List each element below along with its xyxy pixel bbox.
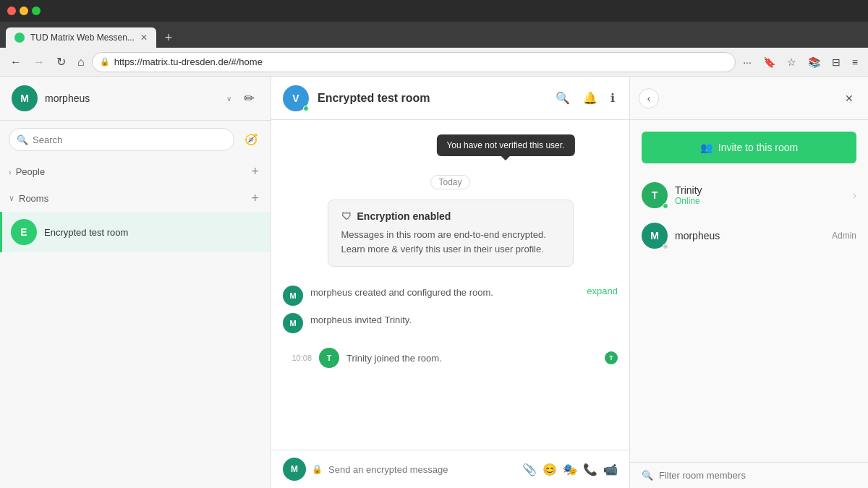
panel-header: ‹ ✕ [630, 77, 868, 120]
member-item-morpheus[interactable]: M morpheus Admin [630, 215, 868, 256]
search-bar: 🔍 🧭 [0, 121, 271, 158]
sender-avatar: M [283, 458, 306, 481]
address-bar[interactable]: 🔒 https://matrix.tu-dresden.de/#/home [92, 52, 736, 72]
search-chat-button[interactable]: 🔍 [553, 88, 573, 108]
right-panel: ‹ ✕ 👥 Invite to this room T Trinity Onli… [629, 77, 868, 488]
forward-button[interactable]: → [29, 53, 49, 72]
member-item-trinity[interactable]: T Trinity Online › [630, 175, 868, 215]
explore-button[interactable]: 🧭 [240, 129, 262, 150]
tab-favicon [14, 33, 25, 43]
app-layout: M morpheus ∨ ✏ 🔍 🧭 › People + ∨ Rooms + [0, 77, 868, 488]
invite-button[interactable]: 👥 Invite to this room [642, 132, 856, 163]
active-tab[interactable]: TUD Matrix Web Messen... ✕ [6, 27, 156, 48]
shield-icon: 🛡 [341, 210, 352, 222]
reader-button[interactable]: ⊟ [827, 53, 845, 71]
home-button[interactable]: ⌂ [73, 53, 89, 72]
room-name: Encrypted test room [44, 227, 128, 238]
emoji-button[interactable]: 😊 [542, 463, 557, 476]
browser-chrome [0, 0, 868, 22]
input-action-buttons: 📎 😊 🎭 📞 📹 [522, 463, 618, 476]
user-name: morpheus [45, 93, 219, 104]
add-room-button[interactable]: + [248, 189, 262, 207]
rooms-section-header[interactable]: ∨ Rooms + [0, 185, 271, 212]
morpheus-member-avatar: M [642, 223, 668, 249]
compose-button[interactable]: ✏ [239, 88, 259, 108]
back-button[interactable]: ← [6, 53, 26, 72]
morpheus-member-name: morpheus [675, 230, 825, 241]
tooltip-text: You have not verified this user. [446, 140, 564, 150]
more-button[interactable]: ··· [739, 53, 756, 71]
chat-room-name: Encrypted test room [318, 92, 544, 105]
trinity-member-info: Trinity Online [675, 184, 846, 206]
add-people-button[interactable]: + [248, 163, 262, 181]
attachment-button[interactable]: 📎 [522, 463, 537, 476]
refresh-button[interactable]: ↻ [52, 52, 70, 72]
timed-msg-text: Trinity joined the room. [346, 353, 597, 364]
people-section-title: People [16, 166, 244, 177]
nav-bar: ← → ↻ ⌂ 🔒 https://matrix.tu-dresden.de/#… [0, 48, 868, 77]
search-input-wrap[interactable]: 🔍 [9, 128, 234, 151]
main-chat: V Encrypted test room 🔍 🔔 ℹ You have not… [271, 77, 629, 488]
encryption-notice: 🛡 Encryption enabled Messages in this ro… [328, 200, 574, 267]
online-indicator [303, 106, 309, 111]
notifications-button[interactable]: 🔔 [580, 88, 600, 108]
system-msg-text-2: morpheus invited Trinity. [310, 313, 618, 328]
sticker-button[interactable]: 🎭 [563, 463, 577, 476]
filter-bar: 🔍 [630, 462, 868, 488]
morpheus-role: Admin [832, 231, 856, 241]
date-separator: Today [283, 175, 618, 188]
panel-back-button[interactable]: ‹ [639, 88, 659, 108]
hamburger-button[interactable]: ≡ [848, 53, 862, 71]
maximize-btn[interactable] [32, 7, 41, 15]
timed-message-row: 10:08 T Trinity joined the room. T [283, 348, 618, 368]
library-button[interactable]: 📚 [804, 53, 825, 71]
window-controls [7, 7, 41, 15]
room-avatar: E [11, 219, 37, 245]
chat-room-avatar: V [283, 85, 309, 111]
message-input[interactable] [328, 464, 516, 475]
trinity-chevron-icon: › [853, 189, 856, 202]
invite-icon: 👥 [700, 142, 712, 153]
trinity-member-status: Online [675, 196, 846, 206]
trinity-avatar-msg: T [319, 348, 339, 368]
bookmark-button[interactable]: 🔖 [759, 53, 780, 71]
video-button[interactable]: 📹 [603, 463, 618, 476]
expand-button[interactable]: expand [587, 286, 618, 296]
morpheus-avatar-2: M [283, 313, 303, 333]
dropdown-arrow-icon: ∨ [226, 95, 231, 103]
people-section-header[interactable]: › People + [0, 158, 271, 185]
minimize-btn[interactable] [20, 7, 28, 15]
filter-input[interactable] [659, 470, 856, 481]
trinity-member-name: Trinity [675, 184, 846, 196]
tab-bar: TUD Matrix Web Messen... ✕ + [0, 22, 868, 48]
call-button[interactable]: 📞 [583, 463, 597, 476]
system-messages: M morpheus created and configured the ro… [283, 281, 618, 342]
sidebar: M morpheus ∨ ✏ 🔍 🧭 › People + ∨ Rooms + [0, 77, 271, 488]
system-message-row-2: M morpheus invited Trinity. [283, 312, 618, 335]
message-time: 10:08 [283, 354, 312, 362]
star-button[interactable]: ☆ [783, 53, 801, 71]
search-input[interactable] [33, 134, 226, 145]
room-info-button[interactable]: ℹ [608, 88, 618, 108]
chat-messages: You have not verified this user. Today 🛡… [271, 120, 629, 450]
date-label: Today [430, 175, 469, 189]
trinity-online-dot [663, 203, 668, 209]
morpheus-avatar-1: M [283, 286, 303, 306]
filter-search-icon: 🔍 [642, 470, 653, 481]
close-btn[interactable] [7, 7, 16, 15]
encryption-title: Encryption enabled [357, 210, 451, 222]
morpheus-member-info: morpheus [675, 230, 825, 241]
new-tab-button[interactable]: + [159, 27, 179, 48]
lock-icon: 🔒 [100, 57, 110, 67]
address-url: https://matrix.tu-dresden.de/#/home [114, 56, 728, 67]
room-item[interactable]: E Encrypted test room [0, 212, 271, 252]
chat-header: V Encrypted test room 🔍 🔔 ℹ [271, 77, 629, 120]
people-arrow-icon: › [9, 168, 12, 176]
morpheus-offline-dot [663, 244, 668, 249]
system-msg-text-1: morpheus created and configured the room… [310, 286, 579, 300]
tooltip-box: You have not verified this user. [436, 134, 574, 156]
panel-close-button[interactable]: ✕ [839, 88, 859, 108]
system-message-row-1: M morpheus created and configured the ro… [283, 284, 618, 307]
message-input-area: M 🔒 📎 😊 🎭 📞 📹 [271, 450, 629, 488]
tab-close-icon[interactable]: ✕ [140, 33, 148, 43]
